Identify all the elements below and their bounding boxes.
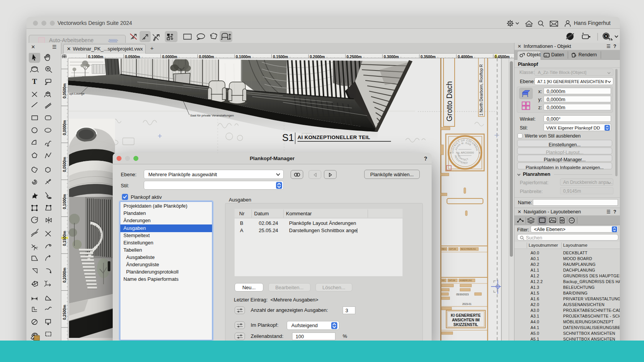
svg-text:Saal für private Veranstaltung: Saal für private Veranstaltungen [190,114,234,117]
svg-text:1 North Dearborn, Rooftop R: 1 North Dearborn, Rooftop R [479,64,483,116]
svg-text:0,0000m: 0,0000m [62,120,67,135]
svg-text:Grotto Dach: Grotto Dach [445,81,453,121]
svg-text:0,0500m: 0,0500m [62,157,67,172]
svg-text:0,1000m: 0,1000m [62,194,67,209]
svg-text:0,0500m: 0,0500m [62,83,67,98]
svg-text:ANSICHTEN IM: ANSICHTEN IM [452,318,480,322]
svg-text:SKIZZENSTIL: SKIZZENSTIL [453,323,478,327]
svg-text:★: ★ [478,152,480,154]
svg-text:0,2500m: 0,2500m [62,305,67,320]
svg-text:S1: S1 [282,132,294,143]
svg-text:2023-01: 2023-01 [462,303,472,305]
svg-text:DATUM: DATUM [449,248,456,250]
svg-text:upt-Lounge: upt-Lounge [69,92,85,95]
svg-text:T: T [32,77,37,85]
svg-text:★: ★ [449,152,451,154]
svg-text:0,2000m: 0,2000m [62,267,67,283]
svg-text:NO.: NO. [442,279,445,282]
svg-text:V: V [605,35,607,38]
svg-text:ANMERKUNG: ANMERKUNG [460,279,472,282]
svg-text:0,1500m: 0,1500m [62,231,67,246]
svg-text:05/30/2023: 05/30/2023 [456,293,469,296]
svg-text:AI KONZEPTIONELLER TEIL: AI KONZEPTIONELLER TEIL [297,134,370,140]
svg-text:REV.: REV. [442,248,446,250]
svg-text:BESCHREIBUNG: BESCHREIBUNG [461,248,476,250]
svg-text:DATUM: DATUM [449,279,455,282]
svg-text:KI GENERIERTE: KI GENERIERTE [451,313,481,318]
svg-text:No. ARC00000: No. ARC00000 [456,151,474,154]
